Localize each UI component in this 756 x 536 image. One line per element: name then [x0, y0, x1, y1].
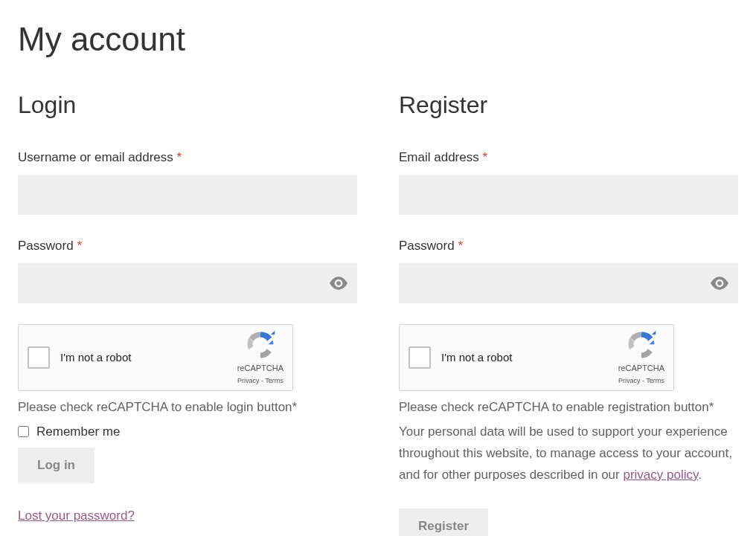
login-password-input[interactable]	[18, 263, 357, 303]
login-recaptcha-checkbox[interactable]	[28, 346, 50, 369]
register-recaptcha-checkbox[interactable]	[409, 346, 431, 369]
register-email-label-text: Email address	[399, 150, 482, 164]
login-recaptcha-hint: Please check reCAPTCHA to enable login b…	[18, 397, 357, 417]
remember-me-checkbox[interactable]	[18, 426, 29, 437]
lost-password-link[interactable]: Lost your password?	[18, 508, 135, 523]
recaptcha-brand: reCAPTCHA	[237, 362, 284, 375]
register-password-input[interactable]	[399, 263, 738, 303]
svg-marker-3	[652, 331, 656, 335]
register-password-label-text: Password	[399, 239, 458, 253]
recaptcha-icon	[626, 329, 657, 361]
svg-point-2	[717, 281, 722, 285]
register-recaptcha-label: I'm not a robot	[441, 349, 618, 367]
required-marker: *	[177, 150, 182, 164]
login-password-wrap	[18, 263, 357, 303]
required-marker: *	[458, 239, 463, 253]
register-email-input[interactable]	[399, 175, 738, 215]
privacy-policy-link[interactable]: privacy policy	[623, 468, 698, 482]
eye-icon	[710, 277, 729, 290]
login-recaptcha: I'm not a robot reCAPTCHA Privacy - Term…	[18, 324, 293, 391]
register-email-field: Email address *	[399, 147, 738, 215]
recaptcha-links: Privacy - Terms	[618, 375, 664, 386]
register-column: Register Email address * Password *	[399, 86, 738, 536]
remember-me-row[interactable]: Remember me	[18, 422, 357, 442]
register-password-visibility-toggle[interactable]	[710, 277, 729, 290]
required-marker: *	[77, 239, 82, 253]
columns: Login Username or email address * Passwo…	[18, 86, 738, 536]
register-button[interactable]: Register	[399, 508, 488, 536]
login-recaptcha-label: I'm not a robot	[60, 349, 237, 367]
register-password-label: Password *	[399, 236, 738, 256]
login-button[interactable]: Log in	[18, 448, 94, 483]
login-password-label-text: Password	[18, 239, 77, 253]
required-marker: *	[482, 150, 487, 164]
recaptcha-branding: reCAPTCHA Privacy - Terms	[237, 329, 284, 386]
register-password-wrap	[399, 263, 738, 303]
svg-point-0	[336, 281, 341, 285]
login-password-visibility-toggle[interactable]	[329, 277, 348, 290]
login-username-label: Username or email address *	[18, 147, 357, 167]
register-recaptcha-hint: Please check reCAPTCHA to enable registr…	[399, 397, 738, 417]
login-username-label-text: Username or email address	[18, 150, 177, 164]
privacy-text: Your personal data will be used to suppo…	[399, 422, 738, 486]
register-email-label: Email address *	[399, 147, 738, 167]
recaptcha-branding: reCAPTCHA Privacy - Terms	[618, 329, 664, 386]
remember-me-label: Remember me	[36, 422, 120, 442]
privacy-text-after: .	[698, 468, 702, 482]
login-column: Login Username or email address * Passwo…	[18, 86, 357, 536]
login-username-input[interactable]	[18, 175, 357, 215]
register-heading: Register	[399, 86, 738, 124]
login-password-label: Password *	[18, 236, 357, 256]
svg-marker-1	[271, 331, 275, 335]
page-title: My account	[18, 13, 738, 65]
recaptcha-links: Privacy - Terms	[237, 375, 284, 386]
recaptcha-brand: reCAPTCHA	[618, 362, 664, 375]
login-heading: Login	[18, 86, 357, 124]
register-recaptcha: I'm not a robot reCAPTCHA Privacy - Term…	[399, 324, 674, 391]
login-password-field: Password *	[18, 236, 357, 303]
register-password-field: Password *	[399, 236, 738, 303]
recaptcha-icon	[245, 329, 276, 361]
eye-icon	[329, 277, 348, 290]
login-username-field: Username or email address *	[18, 147, 357, 215]
